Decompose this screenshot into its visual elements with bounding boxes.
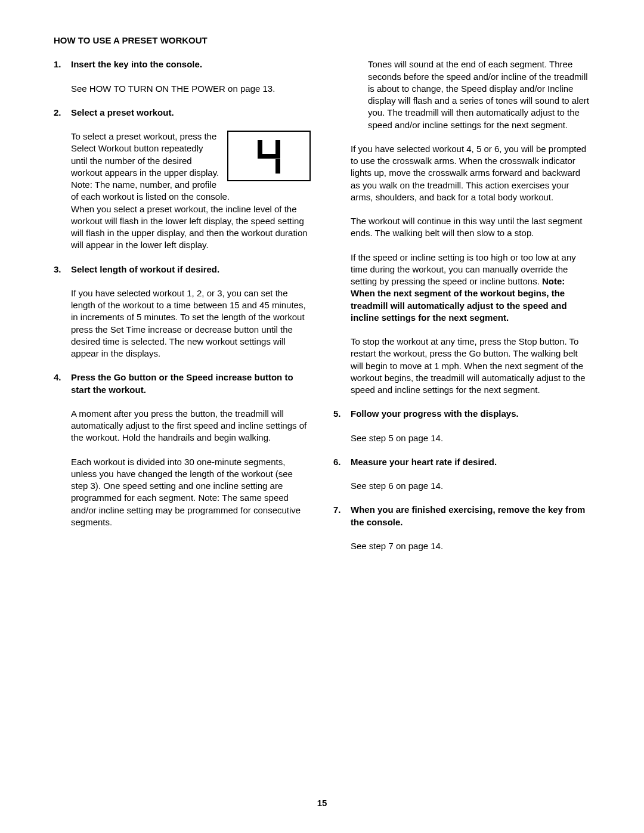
step-6-number: 6. xyxy=(333,456,351,468)
step-7-heading: 7. When you are finished exercising, rem… xyxy=(333,504,590,528)
section-title: HOW TO USE A PRESET WORKOUT xyxy=(54,35,590,47)
step-3-heading: 3. Select length of workout if desired. xyxy=(54,264,311,275)
step-2-title: Select a preset workout. xyxy=(71,107,311,119)
step-6-title: Measure your heart rate if desired. xyxy=(351,456,590,468)
right-column: Tones will sound at the end of each segm… xyxy=(333,58,590,564)
step-6-text: See step 6 on page 14. xyxy=(351,480,590,492)
step-6: 6. Measure your heart rate if desired. S… xyxy=(333,456,590,493)
step-4-cont-5: To stop the workout at any time, press t… xyxy=(351,336,590,396)
step-2-heading: 2. Select a preset workout. xyxy=(54,107,311,119)
step-7-text: See step 7 on page 14. xyxy=(351,540,590,552)
step-5: 5. Follow your progress with the display… xyxy=(333,408,590,444)
step-4-number: 4. xyxy=(54,371,71,396)
step-4-body: A moment after you press the button, the… xyxy=(54,408,311,528)
step-3-body: If you have selected workout 1, 2, or 3,… xyxy=(54,287,311,360)
step-1-text: See HOW TO TURN ON THE POWER on page 13. xyxy=(71,83,311,95)
step-2-number: 2. xyxy=(54,107,71,119)
step-6-heading: 6. Measure your heart rate if desired. xyxy=(333,456,590,468)
step-2-body: To select a preset workout, press the Se… xyxy=(54,131,311,252)
left-column: 1. Insert the key into the console. See … xyxy=(54,58,311,564)
step-5-heading: 5. Follow your progress with the display… xyxy=(333,408,590,420)
page-number: 15 xyxy=(0,797,644,809)
step-3-number: 3. xyxy=(54,264,71,275)
step-5-title: Follow your progress with the displays. xyxy=(351,408,590,420)
step-1-body: See HOW TO TURN ON THE POWER on page 13. xyxy=(54,83,311,95)
step-1: 1. Insert the key into the console. See … xyxy=(54,58,311,95)
display-figure xyxy=(227,131,311,181)
two-column-layout: 1. Insert the key into the console. See … xyxy=(54,58,590,564)
seven-segment-4-icon xyxy=(258,139,280,174)
step-4-heading: 4. Press the Go button or the Speed incr… xyxy=(54,371,311,396)
step-3-title: Select length of workout if desired. xyxy=(71,264,311,275)
step-4-title: Press the Go button or the Speed increas… xyxy=(71,371,311,396)
step-4: 4. Press the Go button or the Speed incr… xyxy=(54,371,311,528)
step-5-body: See step 5 on page 14. xyxy=(333,432,590,444)
step-4-cont-2: If you have selected workout 4, 5 or 6, … xyxy=(351,143,590,203)
step-5-text: See step 5 on page 14. xyxy=(351,432,590,444)
step-4-cont-1: Tones will sound at the end of each segm… xyxy=(351,58,590,131)
step-1-number: 1. xyxy=(54,58,71,70)
step-4-text-2: Each workout is divided into 30 one-minu… xyxy=(71,456,311,529)
step-3-text: If you have selected workout 1, 2, or 3,… xyxy=(71,287,311,360)
step-4-cont-4: If the speed or incline setting is too h… xyxy=(351,252,590,324)
step-2-text-2: When you select a preset workout, the in… xyxy=(71,203,311,252)
step-7-number: 7. xyxy=(333,504,351,528)
step-4-cont-3: The workout will continue in this way un… xyxy=(351,215,590,240)
step-4-text-1: A moment after you press the button, the… xyxy=(71,408,311,444)
step-7-title: When you are finished exercising, remove… xyxy=(351,504,590,528)
step-6-body: See step 6 on page 14. xyxy=(333,480,590,492)
step-7-body: See step 7 on page 14. xyxy=(333,540,590,552)
step-1-heading: 1. Insert the key into the console. xyxy=(54,58,311,70)
step-7: 7. When you are finished exercising, rem… xyxy=(333,504,590,552)
step-2: 2. Select a preset workout. To select a … xyxy=(54,107,311,252)
step-5-number: 5. xyxy=(333,408,351,420)
step-3: 3. Select length of workout if desired. … xyxy=(54,264,311,360)
step-1-title: Insert the key into the console. xyxy=(71,58,311,70)
